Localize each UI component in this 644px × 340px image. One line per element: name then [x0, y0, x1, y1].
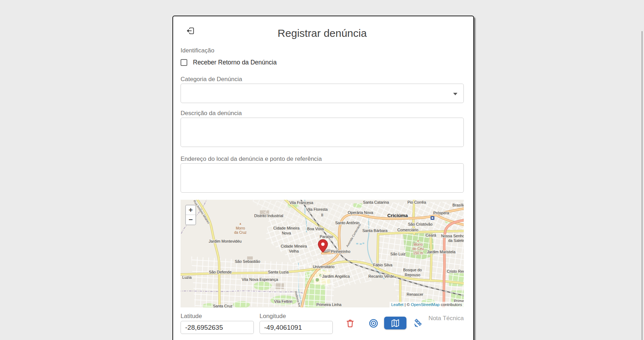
map-place-label: Criciúma: [387, 213, 408, 218]
map-place-label: Santa Bárbara: [363, 228, 388, 233]
map-place-label: Pinheirinho: [331, 249, 350, 254]
chevron-down-icon: [453, 93, 457, 95]
map-place-label: ▲: [417, 239, 420, 242]
latitude-label: Latitude: [181, 313, 254, 319]
target-icon: [369, 318, 378, 328]
longitude-input[interactable]: [260, 321, 333, 334]
attribution-separator: | ©: [403, 302, 411, 307]
section-label-identification: Identificação: [181, 47, 464, 54]
zoom-out-button[interactable]: −: [186, 215, 195, 225]
satellite-view-button[interactable]: [413, 318, 423, 329]
map-place-label: da Cruz: [234, 231, 246, 234]
map-place-label: Vila Feltrin: [274, 299, 292, 304]
map-place-label: da Salete: [448, 238, 464, 243]
map-place-label: ▲: [239, 222, 242, 225]
map-place-label: Próspera: [433, 211, 450, 215]
map-place-label: Renascer: [406, 292, 423, 296]
map-place-label: Vila Nova Esperança: [242, 277, 278, 282]
map-place-label: Jardim Angélica: [322, 274, 350, 278]
technical-note-link[interactable]: Nota Técnica: [428, 315, 464, 322]
map-place-label: II: [321, 213, 323, 217]
map-place-label: Vila Francesa: [289, 200, 313, 205]
map-view-button[interactable]: [384, 317, 406, 329]
map-place-label: Recanto Verde: [369, 274, 394, 278]
map-place-label: Jardim Maristela: [427, 250, 456, 254]
category-label: Categoria de Denúncia: [181, 76, 464, 83]
map-place-label: Pio Corrêa: [408, 200, 426, 204]
map-place-label: Nossa Senhora: [441, 234, 464, 238]
map-place-label: São Cristóvão: [408, 222, 432, 226]
attribution-suffix: contributors: [440, 302, 462, 307]
coordinates-toolbar: Latitude Longitude: [181, 313, 464, 340]
zoom-in-button[interactable]: +: [186, 205, 195, 215]
map-place-label: Jardim Montevidéu: [209, 239, 242, 243]
map-place-label: Cidade Mineira: [273, 226, 300, 230]
map-place-label: Ceará: [426, 233, 437, 237]
scrollbar[interactable]: [642, 31, 643, 340]
longitude-label: Longitude: [260, 313, 333, 319]
map-place-label: Boa Vista: [307, 227, 324, 231]
map-place-label: Santa Luzia: [268, 270, 289, 274]
latitude-input[interactable]: [181, 321, 254, 334]
map-place-label: Santa Cruz: [213, 304, 232, 307]
map-place-label: São Luiz: [391, 252, 406, 256]
map-place-label: Vila Floresta: [306, 207, 328, 211]
longitude-group: Longitude: [260, 313, 333, 334]
description-label: Descrição da denúncia: [181, 110, 464, 117]
map-place-label: São Defende: [209, 270, 232, 274]
map-place-label: Repouso: [405, 273, 420, 277]
map-place-label: Nova: [282, 231, 291, 235]
map-place-label: Santa Catarina: [363, 200, 389, 204]
map-place-label: Bosque do: [403, 268, 422, 272]
satellite-icon: [413, 318, 423, 328]
back-button[interactable]: [184, 25, 196, 37]
map-place-label: Fábio Silva: [373, 263, 393, 267]
map-tiles: Vila FrancesaSanta CatarinaPio CorrêaBra…: [181, 200, 464, 307]
map-canvas[interactable]: + −: [181, 200, 464, 307]
map-place-label: Distrito Industrial: [254, 214, 283, 218]
map-place-label: Cidade Mineira: [281, 244, 307, 248]
map-place-label: Luzia: [182, 275, 192, 279]
page: { "colors": { "page_bg": "#ebebeb", "acc…: [0, 0, 644, 340]
map-place-label: Velha: [289, 249, 299, 253]
map-place-label: Universitário: [313, 265, 334, 269]
checkbox-label: Receber Retorno da Denúncia: [193, 59, 277, 66]
map-place-label: 150 m: [413, 251, 423, 255]
address-label: Endereço do local da denúncia e ponto de…: [181, 155, 464, 162]
category-select[interactable]: [181, 84, 464, 103]
exit-left-icon: [185, 26, 195, 36]
map-place-label: Morro: [236, 226, 245, 230]
locate-target-button[interactable]: [368, 318, 379, 329]
map-place-label: Operária Nova: [348, 210, 373, 215]
latitude-group: Latitude: [181, 313, 254, 334]
openstreetmap-link[interactable]: OpenStreetMap: [411, 302, 440, 307]
map-place-label: do Céu: [412, 247, 424, 251]
delete-marker-button[interactable]: [345, 318, 355, 329]
description-textarea[interactable]: [181, 118, 464, 147]
map-place-label: Comerciário: [397, 228, 418, 232]
page-title: Registrar denúncia: [181, 26, 464, 41]
map-place-label: Santo Antônio: [335, 221, 360, 225]
map-place-label: Primeira Linha: [317, 302, 342, 307]
trash-icon: [345, 318, 355, 328]
map-place-label: Brasília: [452, 203, 464, 207]
map-place-label: São Sebastião: [235, 259, 260, 264]
map-place-label: Morro: [414, 243, 423, 246]
leaflet-link[interactable]: Leaflet: [391, 302, 404, 307]
receive-feedback-checkbox-row[interactable]: Receber Retorno da Denúncia: [181, 59, 464, 66]
map-zoom-control: + −: [185, 205, 196, 225]
checkbox[interactable]: [181, 59, 187, 66]
map-icon: [391, 318, 400, 328]
map-place-label: Paraíso: [320, 234, 333, 239]
map-attribution: Leaflet | © OpenStreetMap contributors: [389, 302, 464, 307]
address-textarea[interactable]: [181, 163, 464, 193]
register-complaint-card: Registrar denúncia Identificação Receber…: [172, 16, 474, 340]
map-place-label: Cristo Redentor: [447, 269, 464, 273]
